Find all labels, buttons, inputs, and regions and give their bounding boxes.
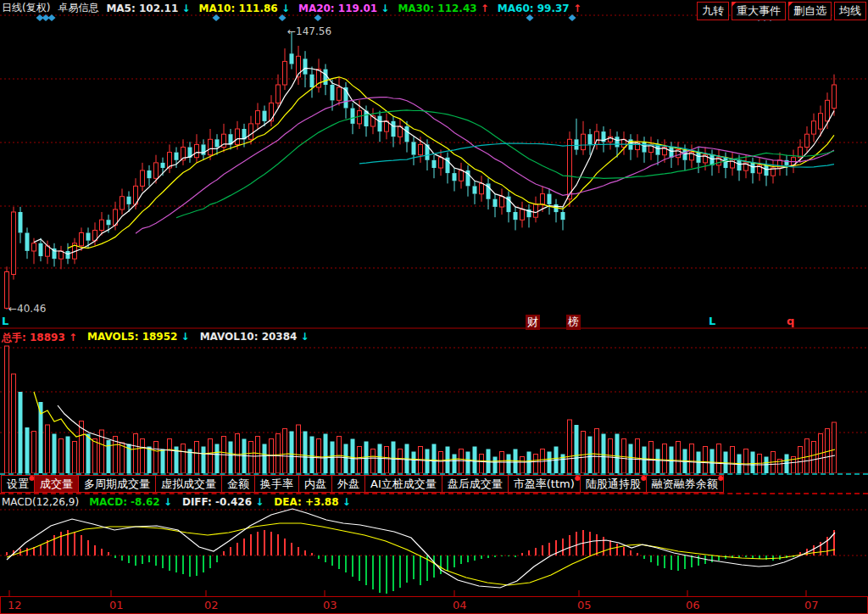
new-badge-dot-icon: ● [718,474,724,482]
month-label: 04 [453,599,467,611]
macd-title: MACD(12,26,9) [2,496,79,508]
tab-label: 陆股通持股 [586,477,641,492]
month-label: 02 [204,599,219,611]
tab-item[interactable]: 陆股通持股● [580,475,647,493]
month-label: 12 [8,599,22,611]
month-label: 05 [577,599,592,611]
chart-overlay-label: q [787,315,794,327]
trend-arrow-icon: ↓ [339,496,351,508]
chart-canvas[interactable] [0,0,868,614]
header-button[interactable]: 删自选 [788,2,832,20]
corner-notch-icon [732,2,737,7]
volume-stat: 总手: 18893 ↑ [2,331,77,345]
macd-stat: MACD: -8.62 ↓ [89,496,172,508]
tab-label: 多周期成交量 [84,477,150,492]
ma-value: MA30: 112.43 ↑ [398,3,488,14]
high-price-callout: ←147.56 [287,25,331,37]
stock-chart-window: 日线(复权) 卓易信息 MA5: 102.11 ↓MA10: 111.86 ↓M… [0,0,868,614]
header-button[interactable]: 九转 [697,2,729,20]
tab-item[interactable]: 成交量 [34,475,79,493]
tab-label: 金额 [227,477,249,492]
tab-label: 融资融券余额 [652,477,718,492]
volume-stat: MAVOL5: 18952 ↓ [87,331,190,345]
tab-item[interactable]: 盘后成交量 [442,475,509,493]
chart-overlay-label: L [709,315,715,327]
macd-values: MACD: -8.62 ↓DIFF: -0.426 ↓DEA: +3.88 ↓ [89,496,351,508]
trend-arrow-icon: ↓ [297,331,309,343]
trend-arrow-icon: ↓ [178,3,190,14]
high-price-value: 147.56 [296,25,331,37]
month-label: 06 [686,599,700,611]
trend-arrow-icon: ↑ [570,3,581,14]
macd-header: MACD(12,26,9) MACD: -8.62 ↓DIFF: -0.426 … [2,496,351,508]
tab-item[interactable]: 虚拟成交量 [155,475,222,493]
tab-item[interactable]: 金额 [221,475,255,493]
ma-value: MA20: 119.01 ↓ [298,3,389,14]
tab-label: 外盘 [337,477,359,492]
trend-arrow-icon: ↓ [377,3,389,14]
arrow-left-icon: ← [287,25,296,37]
month-label: 03 [323,599,337,611]
chart-overlay-label[interactable]: 财 [526,315,540,330]
header-button[interactable]: 重大事件 [732,2,786,20]
tab-label: 内盘 [304,477,326,492]
tab-item[interactable]: 内盘 [298,475,332,493]
tab-item[interactable]: 设置● [1,475,35,493]
indicator-tab-bar: 设置●成交量多周期成交量虚拟成交量金额换手率内盘外盘AI立桩成交量盘后成交量市盈… [0,473,868,494]
low-price-callout: ←40.46 [8,303,46,315]
trend-arrow-icon: ↑ [65,332,77,343]
trend-arrow-icon: ↓ [278,3,290,14]
tab-label: 成交量 [40,477,73,492]
trend-arrow-icon: ↓ [160,496,172,508]
macd-stat: DEA: +3.88 ↓ [274,496,351,508]
tab-label: 市盈率(ttm) [514,477,575,492]
arrow-left-icon: ← [8,303,17,315]
time-axis-bar: 1201020304050607 [0,596,868,614]
trend-arrow-icon: ↓ [252,496,264,508]
volume-header: 总手: 18893 ↑MAVOL5: 18952 ↓MAVOL10: 20384… [2,331,309,345]
tab-item[interactable]: 多周期成交量 [78,475,156,493]
tab-item[interactable]: 市盈率(ttm)● [508,475,581,493]
tab-label: AI立桩成交量 [370,477,437,492]
ma-value: MA5: 102.11 ↓ [106,3,190,14]
stock-name: 卓易信息 [58,1,98,15]
macd-stat: DIFF: -0.426 ↓ [182,496,264,508]
trend-arrow-icon: ↑ [477,3,489,14]
ma-value: MA60: 99.37 ↑ [498,3,581,14]
tab-item[interactable]: 融资融券余额● [646,475,724,493]
corner-notch-icon [788,2,793,7]
volume-stat: MAVOL10: 20384 ↓ [200,331,309,345]
chart-overlay-label: L [2,315,8,327]
tab-label: 盘后成交量 [448,477,503,492]
tab-label: 设置 [7,477,29,492]
tab-label: 换手率 [260,477,293,492]
low-price-value: 40.46 [17,303,46,315]
tab-item[interactable]: AI立桩成交量 [364,475,442,493]
trend-arrow-icon: ↓ [177,331,189,343]
top-header-bar: 日线(复权) 卓易信息 MA5: 102.11 ↓MA10: 111.86 ↓M… [2,1,581,15]
chart-overlay-label[interactable]: 榜 [566,315,581,330]
tab-label: 虚拟成交量 [161,477,216,492]
header-button-row: 九转重大事件删自选均线 [697,2,866,20]
tab-item[interactable]: 换手率 [254,475,299,493]
tab-item[interactable]: 外盘 [331,475,365,493]
period-label: 日线(复权) [2,1,50,15]
month-label: 07 [804,599,819,611]
ma-value: MA10: 111.86 ↓ [198,3,289,14]
ma-values: MA5: 102.11 ↓MA10: 111.86 ↓MA20: 119.01 … [106,3,581,14]
header-button[interactable]: 均线 [834,2,866,20]
month-label: 01 [109,599,124,611]
